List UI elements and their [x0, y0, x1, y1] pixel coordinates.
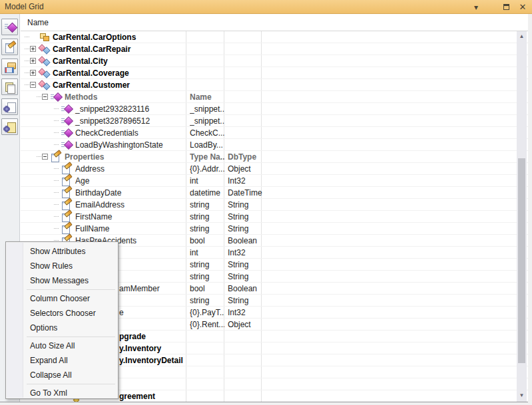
method-group-icon — [51, 92, 62, 102]
expand-icon[interactable] — [30, 58, 36, 64]
menu-item-go-to-xml[interactable]: Go To Xml — [6, 386, 118, 400]
row-label: _snippet3287896512 — [75, 116, 150, 126]
scroll-thumb[interactable] — [518, 158, 525, 363]
cell-type-name: int — [190, 175, 224, 187]
menu-item-auto-size-all[interactable]: Auto Size All — [6, 338, 118, 353]
row-label: CarRental.Coverage — [53, 68, 129, 78]
row-label: greement — [119, 392, 155, 401]
cell-type-name: datetime — [190, 187, 224, 199]
row-label: CarRental.CarOptions — [53, 33, 136, 42]
menu-item-column-chooser[interactable]: Column Chooser — [6, 291, 118, 306]
maximize-icon[interactable] — [501, 0, 511, 14]
cell-type-name: LoadBy... — [190, 139, 224, 151]
cell-dbtype: Int32 — [228, 307, 262, 319]
table-row[interactable]: CarRental.City — [21, 55, 528, 67]
document-gear-button[interactable] — [1, 98, 18, 115]
row-label: CheckCredentials — [75, 128, 138, 138]
menu-item-expand-all[interactable]: Expand All — [6, 353, 118, 368]
menu-separator — [27, 289, 115, 290]
tree-line — [37, 156, 41, 157]
model-grid-window: Model Grid ▾ ✕ Name CarRental.CarOptions… — [0, 0, 532, 405]
collapse-icon[interactable] — [42, 154, 48, 160]
table-row[interactable]: _snippet3287896512_snippet... — [21, 115, 528, 127]
property-icon — [61, 200, 73, 209]
menu-item-show-attributes[interactable]: Show Attributes — [6, 244, 118, 259]
entity-icon — [39, 80, 50, 90]
table-row[interactable]: _snippet2932823116_snippet... — [21, 103, 528, 115]
table-row[interactable]: LoadByWashingtonStateLoadBy... — [21, 139, 528, 151]
context-menu: Show AttributesShow RulesShow MessagesCo… — [5, 241, 119, 399]
cell-type-name: bool — [190, 283, 224, 295]
table-row[interactable]: Address{0}.Addr...Object — [21, 163, 528, 175]
property-icon — [61, 164, 73, 174]
entity-icon — [39, 56, 50, 66]
row-label: _snippet2932823116 — [75, 104, 149, 114]
table-row[interactable]: AgeintInt32 — [21, 175, 528, 187]
chat-bubble-icon — [4, 62, 15, 72]
row-label: amMember — [119, 284, 160, 293]
component-icon — [39, 32, 50, 42]
cell-dbtype: Int32 — [228, 175, 262, 187]
tree-line — [54, 204, 59, 205]
menu-item-show-messages[interactable]: Show Messages — [6, 273, 118, 288]
model-diamond-button[interactable] — [1, 19, 18, 35]
table-row[interactable]: FirstNamestringString — [21, 211, 528, 223]
method-icon — [61, 128, 73, 138]
property-icon — [61, 223, 73, 233]
row-label: Address — [75, 164, 105, 174]
menu-item-collapse-all[interactable]: Collapse All — [6, 368, 118, 382]
row-label: Properties — [65, 152, 104, 162]
cell-dbtype: String — [228, 211, 262, 223]
row-label: e — [119, 308, 124, 317]
collapse-icon[interactable] — [30, 82, 36, 88]
menu-item-show-rules[interactable]: Show Rules — [6, 259, 118, 273]
table-row[interactable]: CarRental.Customer — [21, 79, 528, 91]
menu-separator — [27, 384, 115, 384]
name-column-header[interactable]: Name — [27, 14, 49, 31]
tree-line — [25, 72, 29, 73]
table-row[interactable]: MethodsName — [21, 91, 528, 103]
close-icon[interactable]: ✕ — [517, 0, 528, 14]
document-gear-yellow-button[interactable] — [1, 118, 18, 135]
scroll-up-icon[interactable]: ▲ — [517, 31, 527, 41]
row-label: pgrade — [119, 332, 146, 341]
tree-line — [25, 84, 29, 85]
table-row[interactable]: FullNamestringString — [21, 223, 528, 235]
row-label: Age — [75, 176, 89, 186]
table-row[interactable]: BirthdayDatedatetimeDateTime — [21, 187, 528, 199]
menu-item-selectors-chooser[interactable]: Selectors Chooser — [6, 306, 118, 321]
expand-icon[interactable] — [30, 46, 36, 52]
chevron-down-icon[interactable]: ▾ — [471, 0, 481, 14]
copy-pages-button[interactable] — [1, 78, 18, 95]
table-row[interactable]: CarRental.Coverage — [21, 67, 528, 79]
expand-icon[interactable] — [30, 70, 36, 76]
table-row[interactable]: EmailAddressstringString — [21, 199, 528, 211]
cell-type-name: string — [190, 259, 224, 271]
row-label: CarRental.CarRepair — [53, 45, 131, 54]
row-label: BirthdayDate — [75, 188, 121, 198]
table-row[interactable]: CheckCredentialsCheckC... — [21, 127, 528, 139]
title-bar[interactable]: Model Grid ▾ ✕ — [0, 0, 532, 14]
entity-icon — [39, 68, 50, 78]
messages-button[interactable] — [1, 59, 18, 75]
grid-header-row: Name — [21, 14, 528, 31]
collapse-icon[interactable] — [42, 94, 48, 100]
row-label: FirstName — [75, 212, 112, 221]
menu-item-options[interactable]: Options — [6, 321, 118, 335]
cell-type-name: int — [190, 247, 224, 259]
dbtype-column-header: DbType — [228, 151, 262, 163]
tree-line — [37, 96, 41, 97]
table-row[interactable]: PropertiesType Na...DbType — [21, 151, 528, 163]
vertical-scrollbar[interactable]: ▲ ▼ — [517, 31, 527, 402]
table-row[interactable]: CarRental.CarRepair — [21, 43, 528, 55]
tree-line — [25, 37, 29, 37]
edit-attributes-button[interactable] — [1, 39, 18, 55]
scroll-down-icon[interactable]: ▼ — [517, 390, 527, 400]
cell-dbtype: String — [228, 295, 262, 307]
model-diamond-icon — [4, 22, 15, 33]
tree-line — [54, 228, 59, 229]
table-row[interactable]: CarRental.CarOptions — [21, 31, 528, 43]
document-gear-icon — [4, 102, 15, 112]
method-icon — [61, 140, 73, 150]
row-label: CarRental.Customer — [53, 80, 130, 90]
